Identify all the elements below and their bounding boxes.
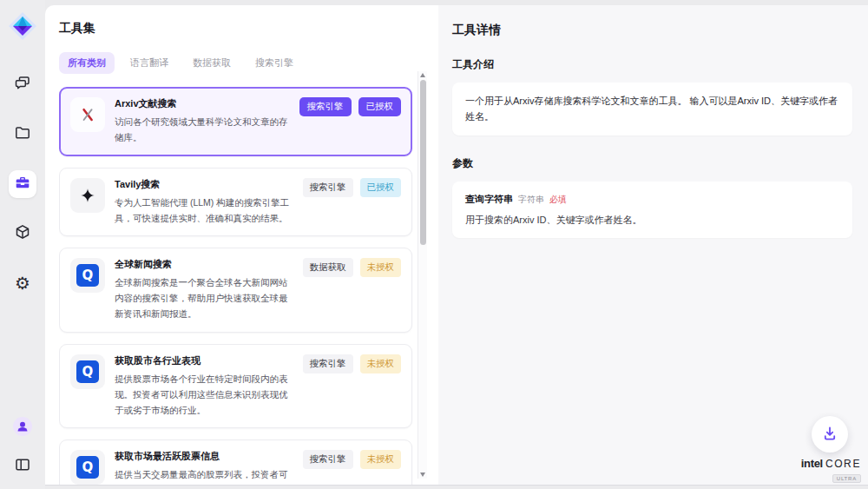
tool-list-panel: 工具集 所有类别语言翻译数据获取搜索引擎 Arxiv文献搜索访问各个研究领域大量… bbox=[45, 5, 438, 489]
sidebar: ⚙ bbox=[0, 0, 45, 489]
ultra-badge: ultra bbox=[832, 474, 861, 483]
intel-core-logo: intel core ultra bbox=[801, 458, 861, 483]
tool-name: Arxiv文献搜索 bbox=[115, 97, 290, 110]
category-tag: 搜索引擎 bbox=[299, 97, 352, 116]
app-logo-icon bbox=[7, 10, 38, 42]
scroll-down-arrow-icon[interactable] bbox=[420, 472, 425, 477]
category-tabs: 所有类别语言翻译数据获取搜索引擎 bbox=[59, 52, 438, 74]
param-required-badge: 必填 bbox=[549, 194, 567, 206]
tool-description: 全球新闻搜索是一个聚合全球各大新闻网站内容的搜索引擎，帮助用户快速获取全球最新资… bbox=[115, 275, 293, 322]
tab-4[interactable]: 搜索引擎 bbox=[247, 52, 302, 74]
auth-status-badge: 未授权 bbox=[360, 258, 402, 277]
param-description: 用于搜索的Arxiv ID、关键字或作者姓名。 bbox=[465, 214, 839, 227]
tool-name: Tavily搜索 bbox=[115, 178, 293, 191]
tool-name: 获取市场最活跃股票信息 bbox=[115, 450, 293, 463]
tool-tags: 搜索引擎未授权 bbox=[303, 450, 402, 489]
tool-info: Arxiv文献搜索访问各个研究领域大量科学论文和文章的存储库。 bbox=[115, 97, 290, 146]
intro-heading: 工具介绍 bbox=[452, 57, 852, 72]
tool-card-2[interactable]: Tavily搜索专为人工智能代理 (LLM) 构建的搜索引擎工具，可快速提供实时… bbox=[59, 168, 412, 237]
param-type: 字符串 bbox=[518, 194, 544, 206]
panel-layout-icon bbox=[14, 456, 31, 477]
tool-detail-panel: 工具详情 工具介绍 一个用于从Arxiv存储库搜索科学论文和文章的工具。 输入可… bbox=[438, 5, 868, 489]
tool-card-4[interactable]: Q获取股市各行业表现提供股票市场各个行业在特定时间段内的表现。投资者可以利用这些… bbox=[59, 344, 412, 429]
auth-status-badge: 已授权 bbox=[360, 178, 402, 197]
tab-2[interactable]: 语言翻译 bbox=[122, 52, 177, 74]
auth-status-badge: 未授权 bbox=[360, 354, 402, 373]
param-name: 查询字符串 bbox=[465, 193, 513, 206]
chat-icon bbox=[14, 75, 31, 96]
category-tag: 搜索引擎 bbox=[303, 354, 353, 373]
intro-text: 一个用于从Arxiv存储库搜索科学论文和文章的工具。 输入可以是Arxiv ID… bbox=[465, 94, 839, 124]
tab-1[interactable]: 所有类别 bbox=[59, 52, 115, 74]
tool-name: 全球新闻搜索 bbox=[115, 258, 293, 271]
tool-description: 访问各个研究领域大量科学论文和文章的存储库。 bbox=[115, 115, 290, 146]
core-wordmark: core bbox=[825, 459, 861, 469]
blue-q-icon: Q bbox=[70, 354, 105, 389]
param-head: 查询字符串 字符串 必填 bbox=[465, 193, 839, 206]
sidebar-item-tools[interactable] bbox=[9, 170, 36, 198]
scrollbar-thumb[interactable] bbox=[420, 80, 426, 245]
window-top-edge bbox=[0, 0, 868, 5]
tool-info: 全球新闻搜索全球新闻搜索是一个聚合全球各大新闻网站内容的搜索引擎，帮助用户快速获… bbox=[115, 258, 293, 322]
sidebar-item-settings[interactable]: ⚙ bbox=[9, 269, 36, 297]
scroll-up-arrow-icon[interactable] bbox=[420, 73, 425, 77]
tool-card-5[interactable]: Q获取市场最活跃股票信息提供当天交易量最高的股票列表，投资者可以利用这些信息来识… bbox=[59, 439, 412, 489]
cube-icon bbox=[14, 223, 31, 244]
auth-status-badge: 已授权 bbox=[358, 97, 402, 116]
sidebar-item-files[interactable] bbox=[9, 121, 36, 149]
sidebar-item-models[interactable] bbox=[9, 220, 36, 248]
list-scrollbar[interactable] bbox=[418, 71, 427, 479]
toolbox-icon bbox=[14, 174, 31, 195]
sidebar-collapse-button[interactable] bbox=[9, 453, 36, 480]
tool-card-1[interactable]: Arxiv文献搜索访问各个研究领域大量科学论文和文章的存储库。搜索引擎已授权 bbox=[59, 87, 412, 156]
blue-q-icon: Q bbox=[70, 258, 105, 293]
blue-q-icon: Q bbox=[70, 450, 105, 485]
auth-status-badge: 未授权 bbox=[360, 450, 402, 469]
tool-tags: 搜索引擎已授权 bbox=[299, 97, 402, 146]
page-title: 工具集 bbox=[59, 21, 438, 36]
category-tag: 搜索引擎 bbox=[303, 450, 353, 469]
avatar-person-icon bbox=[12, 416, 33, 440]
folder-icon bbox=[14, 124, 31, 145]
sidebar-nav: ⚙ bbox=[9, 71, 36, 297]
tool-tags: 搜索引擎未授权 bbox=[303, 354, 402, 419]
tool-tags: 搜索引擎已授权 bbox=[303, 178, 402, 227]
intro-box: 一个用于从Arxiv存储库搜索科学论文和文章的工具。 输入可以是Arxiv ID… bbox=[452, 83, 852, 135]
gear-icon: ⚙ bbox=[15, 274, 30, 292]
tool-info: Tavily搜索专为人工智能代理 (LLM) 构建的搜索引擎工具，可快速提供实时… bbox=[115, 178, 293, 227]
tool-name: 获取股市各行业表现 bbox=[115, 354, 293, 367]
tool-info: 获取股市各行业表现提供股票市场各个行业在特定时间段内的表现。投资者可以利用这些信… bbox=[115, 354, 293, 419]
sidebar-item-chat[interactable] bbox=[9, 71, 36, 99]
tool-tags: 数据获取未授权 bbox=[303, 258, 402, 322]
tool-info: 获取市场最活跃股票信息提供当天交易量最高的股票列表，投资者可以利用这些信息来识别… bbox=[115, 450, 293, 489]
tavily-star-icon bbox=[70, 178, 105, 213]
download-icon bbox=[821, 425, 838, 445]
category-tag: 搜索引擎 bbox=[303, 178, 353, 197]
detail-title: 工具详情 bbox=[452, 23, 852, 38]
download-button[interactable] bbox=[812, 416, 848, 453]
tool-list: Arxiv文献搜索访问各个研究领域大量科学论文和文章的存储库。搜索引擎已授权Ta… bbox=[59, 85, 438, 489]
tool-description: 提供股票市场各个行业在特定时间段内的表现。投资者可以利用这些信息来识别表现优于或… bbox=[115, 372, 293, 419]
intel-wordmark: intel bbox=[801, 458, 823, 469]
window-bottom-edge bbox=[0, 485, 868, 489]
category-tag: 数据获取 bbox=[303, 258, 353, 277]
tool-card-3[interactable]: Q全球新闻搜索全球新闻搜索是一个聚合全球各大新闻网站内容的搜索引擎，帮助用户快速… bbox=[59, 248, 412, 333]
user-avatar[interactable] bbox=[9, 414, 36, 442]
tab-3[interactable]: 数据获取 bbox=[184, 52, 240, 74]
arxiv-icon bbox=[70, 97, 105, 132]
sidebar-bottom bbox=[9, 414, 36, 480]
param-box: 查询字符串 字符串 必填 用于搜索的Arxiv ID、关键字或作者姓名。 bbox=[452, 182, 852, 238]
params-heading: 参数 bbox=[452, 156, 852, 171]
tool-description: 专为人工智能代理 (LLM) 构建的搜索引擎工具，可快速提供实时、准确和真实的结… bbox=[115, 195, 293, 227]
